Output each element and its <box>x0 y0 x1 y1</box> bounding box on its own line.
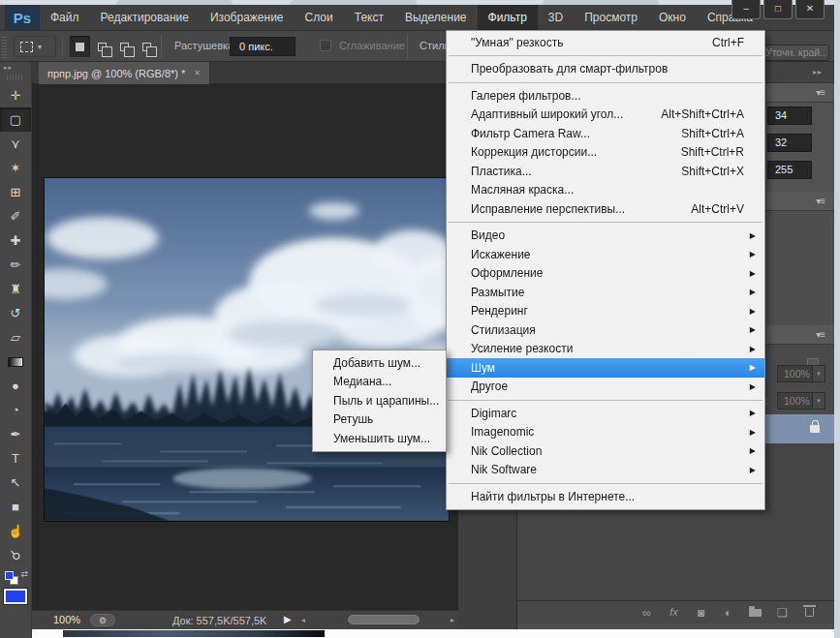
document-tab[interactable]: прпр.jpg @ 100% (RGB/8*) * ✕ <box>39 62 210 84</box>
layers-panel-icon[interactable]: ◐ <box>721 605 735 620</box>
dock-collapse-icon[interactable]: ▸▸ <box>813 68 823 76</box>
tool-button[interactable]: ☝ <box>0 519 31 543</box>
filter-menu-item[interactable]: Imagenomic ▶ <box>447 423 764 442</box>
scrollbar-thumb[interactable] <box>348 615 420 624</box>
layers-panel-icon[interactable]: ∞ <box>639 605 654 620</box>
tool-preset-picker[interactable]: ▾ <box>14 36 56 57</box>
toolbar-collapse-icon[interactable]: ▸▸ <box>0 62 31 74</box>
filter-menu-item[interactable]: Видео ▶ <box>447 227 764 246</box>
feather-input[interactable]: 0 пикс. <box>230 37 296 56</box>
filter-menu-item[interactable]: Искажение ▶ <box>447 245 764 264</box>
tool-button[interactable]: T <box>0 446 31 471</box>
layers-panel-icon[interactable] <box>748 605 762 620</box>
tool-button[interactable]: ✒ <box>0 422 31 446</box>
tool-button[interactable]: ⊞ <box>0 180 31 204</box>
tool-button[interactable]: ■ <box>0 495 31 519</box>
submenu-item[interactable]: Добавить шум... <box>313 353 446 373</box>
menubar-item[interactable]: Просмотр <box>574 5 648 30</box>
filter-menu-item[interactable]: Digimarc ▶ <box>447 404 764 423</box>
tool-button[interactable]: ⋎ <box>0 132 31 156</box>
tool-button[interactable]: ✶ <box>0 156 31 180</box>
tool-button[interactable]: ↺ <box>0 301 31 325</box>
maximize-button[interactable]: □ <box>763 0 793 19</box>
filter-menu-item[interactable]: Nik Software ▶ <box>447 461 764 480</box>
tool-button[interactable]: ◔ <box>0 398 31 422</box>
value-field[interactable]: 255 <box>767 161 812 179</box>
filter-menu-item[interactable]: Найти фильтры в Интернете... <box>447 487 764 506</box>
layers-panel-icon[interactable]: ❏ <box>775 605 790 620</box>
filter-menu-item[interactable]: Nik Collection ▶ <box>447 441 764 461</box>
foreground-color-mini[interactable] <box>5 571 14 580</box>
menubar-item[interactable]: Текст <box>344 5 394 30</box>
status-settings-button[interactable]: ⚙ <box>90 614 115 626</box>
filter-menu-item[interactable]: Другое ▶ <box>447 378 764 397</box>
submenu-item[interactable]: Пыль и царапины... <box>313 391 446 410</box>
new-selection-button[interactable] <box>70 36 90 57</box>
layers-panel-icon[interactable]: ◙ <box>694 605 708 620</box>
value-field[interactable]: 34 <box>767 106 812 125</box>
tool-button[interactable]: ↖ <box>0 471 31 495</box>
subtract-from-selection-button[interactable] <box>114 36 135 57</box>
submenu-item[interactable]: Уменьшить шум... <box>313 429 446 448</box>
intersect-selection-button[interactable] <box>137 36 157 57</box>
page-scrollbar[interactable] <box>834 0 840 638</box>
filter-menu-item[interactable]: Адаптивный широкий угол... Alt+Shift+Ctr… <box>447 106 764 125</box>
chevron-down-icon[interactable]: ▾ <box>812 366 824 381</box>
filter-menu-item[interactable]: Исправление перспективы... Alt+Ctrl+V <box>447 199 764 219</box>
tool-button[interactable]: ▱ <box>0 325 31 349</box>
tool-button[interactable]: ✏ <box>0 253 31 277</box>
refine-edge-button[interactable]: Уточн. край.. <box>762 45 829 61</box>
tool-button[interactable]: ♜ <box>0 277 31 301</box>
filter-menu-item[interactable]: Галерея фильтров... <box>447 86 764 106</box>
submenu-item[interactable]: Ретушь <box>313 410 446 430</box>
close-button[interactable]: ✕ <box>795 0 824 19</box>
tab-close-icon[interactable]: ✕ <box>194 69 201 77</box>
panel-menu-icon[interactable]: ▾≡ <box>816 329 824 340</box>
menubar-item[interactable]: Редактирование <box>90 5 200 30</box>
panel-menu-icon[interactable]: ▾≡ <box>816 196 824 206</box>
tool-button[interactable] <box>0 349 31 374</box>
filter-menu-item[interactable]: Усиление резкости ▶ <box>447 340 764 359</box>
tool-button[interactable]: ⚲ <box>0 543 31 567</box>
add-to-selection-button[interactable] <box>92 36 112 57</box>
filter-menu-item[interactable]: Коррекция дисторсии... Shift+Ctrl+R <box>447 143 764 163</box>
opacity-dropdown[interactable]: 100% ▾ <box>777 365 825 382</box>
swap-colors-icon[interactable]: ⇄ <box>20 569 28 579</box>
layers-panel-icon[interactable]: fx <box>667 605 681 620</box>
filter-menu-item[interactable]: Размытие ▶ <box>447 283 764 302</box>
filter-menu-item[interactable]: "Умная" резкость Ctrl+F <box>447 33 764 52</box>
tool-button[interactable]: ✛ <box>0 83 31 107</box>
tool-button[interactable]: ▢ <box>0 107 31 132</box>
menubar-item[interactable]: Файл <box>40 5 90 30</box>
menubar-item[interactable]: Выделение <box>394 5 478 30</box>
filter-menu-item[interactable]: Преобразовать для смарт-фильтров <box>447 60 764 79</box>
menubar-item[interactable]: Слои <box>295 5 344 30</box>
fill-dropdown[interactable]: 100% ▾ <box>777 392 825 410</box>
toolbar-gripper[interactable] <box>7 75 24 80</box>
status-popup-arrow[interactable]: ▶ <box>284 614 292 624</box>
filter-menu-item[interactable]: Шум ▶ <box>447 358 764 378</box>
horizontal-scrollbar[interactable]: ◂ ▸ <box>301 613 454 627</box>
panel-menu-icon[interactable]: ▾≡ <box>816 87 824 98</box>
tool-button[interactable]: ● <box>0 374 31 398</box>
menubar-item[interactable]: 3D <box>538 5 574 30</box>
menubar-item[interactable]: Окно <box>648 5 697 30</box>
minimize-button[interactable]: – <box>731 0 761 19</box>
scroll-right-icon[interactable]: ▸ <box>451 616 454 624</box>
chevron-down-icon[interactable]: ▾ <box>812 393 824 409</box>
filter-menu-item[interactable]: Пластика... Shift+Ctrl+X <box>447 162 764 181</box>
tool-button[interactable]: ✚ <box>0 228 31 253</box>
antialias-checkbox[interactable] <box>320 40 331 51</box>
filter-menu-item[interactable]: Стилизация ▶ <box>447 320 764 340</box>
menubar-item[interactable]: Фильтр <box>478 5 538 30</box>
scroll-left-icon[interactable]: ◂ <box>301 616 305 624</box>
color-swatches[interactable]: ⇄ <box>0 567 31 587</box>
filter-menu-item[interactable]: Фильтр Camera Raw... Shift+Ctrl+A <box>447 124 764 143</box>
layers-panel-icon[interactable] <box>802 605 817 620</box>
foreground-color-swatch[interactable] <box>4 589 27 604</box>
tool-button[interactable]: ✐ <box>0 204 31 228</box>
filter-menu-item[interactable]: Масляная краска... <box>447 181 764 200</box>
filter-menu-item[interactable]: Рендеринг ▶ <box>447 302 764 321</box>
zoom-level[interactable]: 100% <box>53 614 80 625</box>
submenu-item[interactable]: Медиана... <box>313 373 446 392</box>
